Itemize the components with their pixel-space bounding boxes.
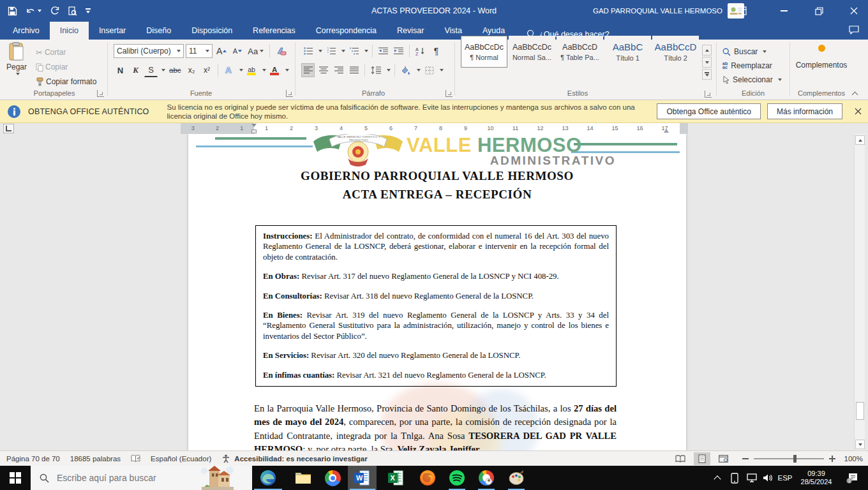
style-titulo-1[interactable]: AaBbCTítulo 1 [604, 36, 651, 68]
tray-volume-icon[interactable] [760, 466, 775, 490]
cut-button[interactable]: Cortar [45, 48, 66, 57]
scrollbar-thumb[interactable] [856, 402, 864, 420]
proofing-icon[interactable] [131, 454, 140, 463]
underline-button[interactable]: S [144, 63, 158, 77]
tab-diseno[interactable]: Diseño [136, 22, 181, 40]
replace-button[interactable]: abac Reemplazar [722, 59, 772, 72]
zoom-slider[interactable] [754, 458, 824, 459]
tab-inicio[interactable]: Inicio [50, 22, 89, 40]
warning-close-icon[interactable] [855, 108, 862, 115]
tray-language-indicator[interactable]: ESP [775, 466, 795, 490]
shading-button[interactable] [399, 63, 413, 77]
change-case-button[interactable]: Aa [246, 44, 266, 58]
select-button[interactable]: Seleccionar [722, 73, 782, 86]
text-effects-caret[interactable] [239, 69, 243, 71]
font-color-caret[interactable] [285, 69, 289, 71]
print-layout-button[interactable] [694, 452, 710, 465]
font-family-combobox[interactable]: Calibri (Cuerpo) [114, 44, 184, 58]
bullets-caret[interactable] [318, 50, 322, 52]
zoom-out-button[interactable] [742, 458, 749, 459]
strikethrough-button[interactable]: abc [167, 63, 183, 77]
align-left-button[interactable] [301, 63, 315, 77]
redo-button[interactable] [49, 0, 61, 22]
justify-button[interactable] [347, 63, 361, 77]
word-count[interactable]: 18685 palabras [70, 455, 121, 463]
paste-button[interactable]: Pegar [6, 42, 27, 75]
font-color-button[interactable]: A [268, 63, 281, 77]
taskbar-search-box[interactable] [31, 466, 252, 490]
accessibility-status[interactable]: Accesibilidad: es necesario investigar [221, 454, 367, 463]
first-line-indent-marker[interactable] [251, 124, 257, 127]
superscript-button[interactable]: x² [200, 63, 214, 77]
ribbon-display-options-button[interactable] [728, 0, 756, 22]
bold-button[interactable]: N [114, 63, 127, 77]
addins-button[interactable]: Complementos [793, 45, 849, 70]
language-indicator[interactable]: Español (Ecuador) [151, 455, 211, 463]
tab-correspondencia[interactable]: Correspondencia [306, 22, 387, 40]
taskbar-word-icon[interactable]: W [353, 469, 371, 487]
style-no-spacing[interactable]: AaBbCcDcNormal Sa... [509, 36, 555, 68]
underline-caret[interactable] [161, 69, 165, 71]
document-canvas[interactable]: VALLE HERMOSO TURISTICO Y PRODUCTIVO VAL… [0, 134, 868, 450]
close-button[interactable] [840, 0, 868, 22]
subscript-button[interactable]: x₂ [185, 63, 198, 77]
increase-indent-button[interactable] [392, 44, 405, 58]
taskbar-firefox-icon[interactable] [419, 469, 437, 487]
taskbar-edge-icon[interactable] [259, 469, 277, 487]
borders-caret[interactable] [440, 69, 444, 71]
tab-insertar[interactable]: Insertar [89, 22, 136, 40]
restore-button[interactable] [805, 0, 833, 22]
search-highlight-illustration[interactable] [195, 466, 237, 490]
taskbar-excel-icon[interactable]: X [387, 469, 405, 487]
customize-qat-button[interactable] [84, 0, 92, 22]
shrink-font-button[interactable]: A [230, 44, 244, 58]
undo-button[interactable] [24, 0, 43, 22]
text-effects-button[interactable]: A [222, 63, 236, 77]
paragraph-dialog-launcher[interactable] [445, 90, 453, 97]
tray-network-icon[interactable] [744, 466, 760, 490]
line-spacing-caret[interactable] [387, 69, 391, 71]
vertical-scrollbar[interactable] [854, 134, 865, 450]
font-size-combobox[interactable]: 11 [186, 44, 213, 58]
bullets-button[interactable] [301, 44, 315, 58]
numbering-button[interactable] [324, 44, 338, 58]
right-indent-marker[interactable] [664, 129, 669, 133]
search-input[interactable] [57, 473, 194, 483]
show-marks-button[interactable]: ¶ [430, 44, 443, 58]
styles-dialog-launcher[interactable] [705, 91, 712, 98]
taskbar-chrome-icon[interactable] [324, 469, 341, 487]
notification-center-icon[interactable]: 1 [841, 466, 863, 490]
align-right-button[interactable] [332, 63, 345, 77]
taskbar-chrome-profile-icon[interactable] [477, 469, 495, 487]
copy-button[interactable]: Copiar [45, 63, 68, 71]
zoom-level[interactable]: 100% [844, 455, 863, 463]
multilevel-list-button[interactable] [347, 44, 361, 58]
tray-phone-icon[interactable] [727, 466, 742, 490]
start-button[interactable] [0, 466, 31, 490]
horizontal-ruler[interactable]: 321 1234567891011121314151617 [181, 123, 688, 134]
zoom-slider-thumb[interactable] [793, 455, 797, 463]
taskbar-paint-icon[interactable] [507, 469, 525, 487]
document-page[interactable]: VALLE HERMOSO TURISTICO Y PRODUCTIVO VAL… [188, 134, 686, 450]
more-info-button[interactable]: Más información [767, 103, 842, 119]
collapse-ribbon-button[interactable] [853, 91, 860, 97]
left-indent-marker[interactable] [251, 130, 257, 133]
multilevel-caret[interactable] [364, 50, 368, 52]
style-normal[interactable]: AaBbCcDc¶ Normal [461, 36, 507, 68]
minimize-button[interactable] [770, 0, 798, 22]
styles-more-button[interactable] [702, 69, 712, 80]
tab-stop-selector[interactable] [3, 124, 14, 133]
scroll-up-button[interactable] [855, 135, 865, 145]
grow-font-button[interactable]: A [214, 44, 228, 58]
zoom-in-button[interactable] [829, 456, 835, 462]
align-center-button[interactable] [317, 63, 330, 77]
save-button[interactable] [6, 0, 19, 22]
borders-button[interactable] [423, 63, 436, 77]
scroll-down-button[interactable] [855, 440, 865, 449]
web-layout-button[interactable] [715, 452, 732, 465]
tab-revisar[interactable]: Revisar [387, 22, 434, 40]
clear-formatting-button[interactable] [274, 44, 288, 58]
format-painter-button[interactable]: Copiar formato [46, 77, 96, 86]
comments-icon[interactable] [849, 26, 859, 34]
tray-clock[interactable]: 09:39 28/5/2024 [793, 466, 839, 490]
